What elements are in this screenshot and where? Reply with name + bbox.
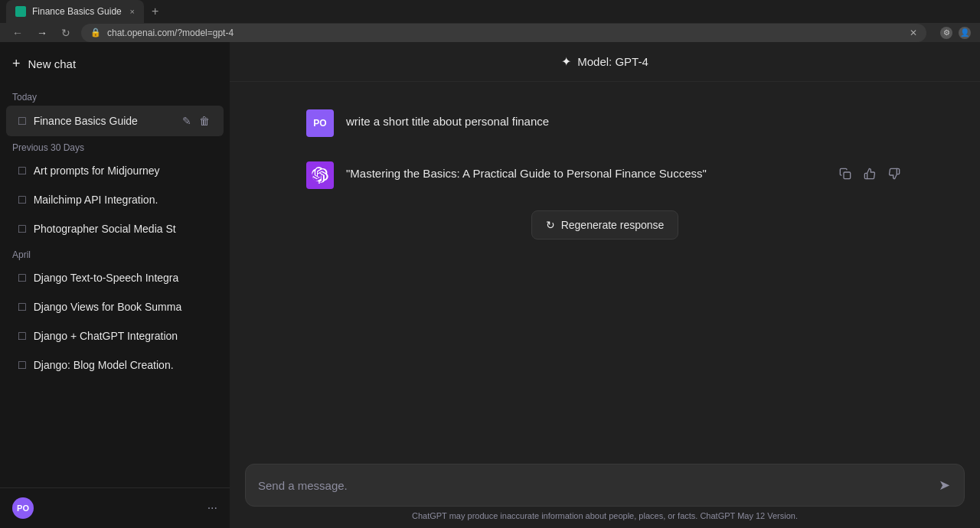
reload-btn[interactable]: ↻ — [58, 25, 74, 41]
user-avatar-msg: PO — [306, 109, 334, 137]
sidebar-scroll[interactable]: Today □ Finance Basics Guide ✎ 🗑 Previou… — [0, 86, 230, 487]
thumbsdown-btn[interactable] — [885, 165, 903, 186]
chat-item-finance-basics[interactable]: □ Finance Basics Guide ✎ 🗑 — [6, 106, 224, 136]
model-label: Model: GPT-4 — [577, 55, 648, 68]
svg-rect-0 — [844, 172, 851, 179]
ai-message-actions — [836, 165, 903, 186]
chat-item-mailchimp[interactable]: □ Mailchimp API Integration. — [6, 185, 224, 214]
regenerate-icon: ↻ — [546, 219, 555, 231]
regenerate-button[interactable]: ↻ Regenerate response — [531, 210, 679, 240]
new-chat-button[interactable]: + New chat — [0, 42, 230, 86]
message-input[interactable] — [258, 479, 928, 492]
chat-bubble-icon-django-views: □ — [18, 300, 26, 314]
lock-icon: 🔒 — [90, 28, 101, 37]
app-container: + New chat Today □ Finance Basics Guide … — [0, 42, 980, 528]
main-content: ✦ Model: GPT-4 PO write a short title ab… — [230, 42, 980, 528]
chat-label-django-chatgpt: Django + ChatGPT Integration — [34, 330, 211, 342]
tab-close-btn[interactable]: × — [130, 7, 135, 16]
chat-bubble-icon-django-chatgpt: □ — [18, 329, 26, 343]
ai-avatar-msg — [306, 161, 334, 189]
chat-actions-finance-basics: ✎ 🗑 — [181, 113, 211, 129]
send-button[interactable]: ➤ — [937, 475, 952, 495]
user-menu-button[interactable]: ··· — [207, 501, 217, 515]
input-area: ➤ ChatGPT may produce inaccurate informa… — [230, 455, 980, 528]
message-row-user: PO write a short title about personal fi… — [260, 97, 949, 149]
new-chat-plus-icon: + — [12, 56, 21, 72]
tab-title: Finance Basics Guide — [32, 6, 122, 17]
chat-bubble-icon-mailchimp: □ — [18, 193, 26, 207]
user-initials: PO — [313, 118, 326, 129]
chat-item-art-prompts[interactable]: □ Art prompts for Midjourney — [6, 156, 224, 185]
chat-label-photographer: Photographer Social Media St — [34, 223, 211, 235]
chat-item-django-chatgpt[interactable]: □ Django + ChatGPT Integration — [6, 321, 224, 350]
sparkle-icon: ✦ — [561, 54, 571, 69]
browser-chrome: Finance Basics Guide × + ← → ↻ 🔒 chat.op… — [0, 0, 980, 42]
chat-label-django-blog: Django: Blog Model Creation. — [34, 359, 211, 371]
chat-label-django-views: Django Views for Book Summa — [34, 301, 211, 313]
section-prev30-label: Previous 30 Days — [0, 136, 230, 156]
section-today-label: Today — [0, 86, 230, 106]
messages-area[interactable]: PO write a short title about personal fi… — [230, 82, 980, 455]
regenerate-area: ↻ Regenerate response — [230, 201, 980, 249]
chat-item-django-blog[interactable]: □ Django: Blog Model Creation. — [6, 350, 224, 380]
thumbsup-btn[interactable] — [861, 165, 879, 186]
tab-favicon — [15, 6, 26, 17]
footer-disclaimer: ChatGPT may produce inaccurate informati… — [245, 507, 965, 523]
copy-message-btn[interactable] — [836, 165, 854, 186]
chat-label-mailchimp: Mailchimp API Integration. — [34, 194, 211, 206]
user-message-content: write a short title about personal finan… — [346, 109, 903, 131]
tab-bar: Finance Basics Guide × + — [0, 0, 980, 23]
chat-label-django-tts: Django Text-to-Speech Integra — [34, 272, 211, 284]
url-bar[interactable]: 🔒 chat.openai.com/?model=gpt-4 ✕ — [81, 24, 926, 42]
input-box: ➤ — [245, 464, 965, 507]
chat-bubble-icon-django-tts: □ — [18, 271, 26, 285]
chat-bubble-icon-photographer: □ — [18, 222, 26, 236]
chat-header: ✦ Model: GPT-4 — [230, 42, 980, 82]
forward-btn[interactable]: → — [34, 25, 51, 41]
extensions-icon[interactable]: ⚙ — [940, 27, 952, 39]
message-row-ai: "Mastering the Basics: A Practical Guide… — [260, 149, 949, 201]
profile-icon[interactable]: 👤 — [959, 27, 971, 39]
chat-item-django-views[interactable]: □ Django Views for Book Summa — [6, 292, 224, 321]
chat-bubble-icon-django-blog: □ — [18, 358, 26, 372]
edit-chat-btn[interactable]: ✎ — [181, 113, 193, 129]
chat-item-photographer[interactable]: □ Photographer Social Media St — [6, 214, 224, 243]
delete-chat-btn[interactable]: 🗑 — [198, 113, 211, 129]
chat-item-django-tts[interactable]: □ Django Text-to-Speech Integra — [6, 263, 224, 292]
new-chat-label: New chat — [28, 57, 77, 70]
url-text: chat.openai.com/?model=gpt-4 — [107, 28, 234, 38]
chat-label-art-prompts: Art prompts for Midjourney — [34, 165, 211, 177]
active-tab[interactable]: Finance Basics Guide × — [6, 0, 144, 23]
chat-bubble-icon: □ — [18, 114, 26, 128]
section-april-label: April — [0, 243, 230, 263]
address-bar: ← → ↻ 🔒 chat.openai.com/?model=gpt-4 ✕ ⚙… — [0, 23, 980, 42]
regenerate-label: Regenerate response — [561, 219, 665, 231]
chat-bubble-icon-art: □ — [18, 164, 26, 178]
url-refresh-icon: ✕ — [910, 28, 917, 38]
back-btn[interactable]: ← — [9, 25, 26, 41]
chat-label-finance-basics: Finance Basics Guide — [34, 115, 173, 127]
browser-actions: ⚙ 👤 — [940, 27, 971, 39]
sidebar-bottom: PO ··· — [0, 487, 230, 528]
user-avatar[interactable]: PO — [12, 497, 34, 519]
sidebar: + New chat Today □ Finance Basics Guide … — [0, 42, 230, 528]
model-badge: ✦ Model: GPT-4 — [561, 54, 648, 69]
new-tab-btn[interactable]: + — [147, 5, 163, 18]
ai-message-content: "Mastering the Basics: A Practical Guide… — [346, 161, 824, 183]
